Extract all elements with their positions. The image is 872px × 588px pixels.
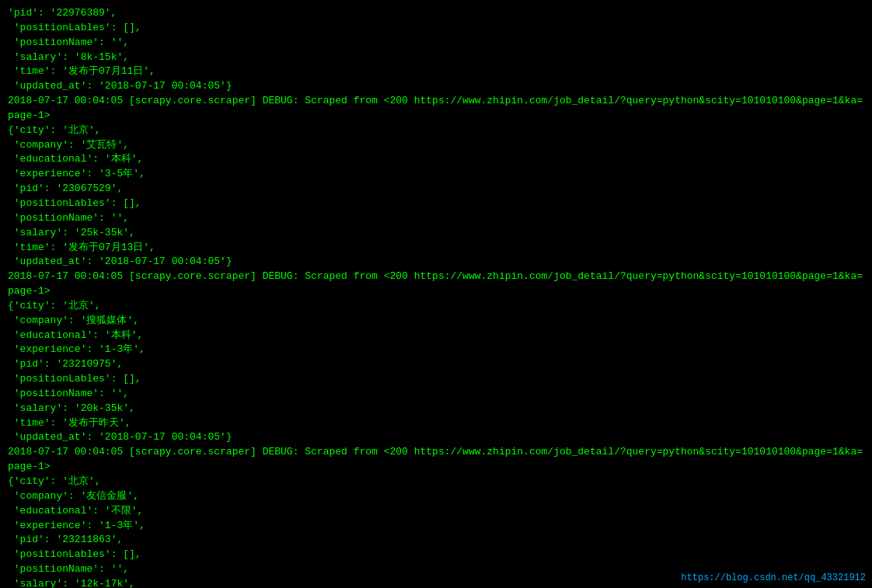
terminal-line: 'company': '搜狐媒体', — [8, 314, 864, 329]
terminal-line: 'pid': '23067529', — [8, 182, 864, 197]
terminal-line: 'experience': '1-3年', — [8, 343, 864, 357]
terminal-line: 'positionLables': [], — [8, 372, 864, 387]
terminal-line: 'updated_at': '2018-07-17 00:04:05'} — [8, 255, 864, 270]
terminal-line: {'city': '北京', — [8, 475, 864, 489]
terminal-line: 'pid': '22976389', — [8, 6, 864, 21]
terminal-line: 'company': '艾瓦特', — [8, 138, 864, 153]
terminal-line: 'time': '发布于昨天', — [8, 416, 864, 431]
terminal-line: 'positionLables': [], — [8, 548, 864, 562]
terminal-line: {'city': '北京', — [8, 124, 864, 138]
terminal-line: 'positionName': '', — [8, 36, 864, 50]
terminal-output: 'pid': '22976389', 'positionLables': [],… — [8, 6, 864, 588]
terminal-line: 'positionName': '', — [8, 387, 864, 402]
terminal-line: 'educational': '不限', — [8, 504, 864, 519]
terminal-line: 2018-07-17 00:04:05 [scrapy.core.scraper… — [8, 445, 864, 475]
terminal-line: 'time': '发布于07月13日', — [8, 241, 864, 256]
terminal-line: 'experience': '1-3年', — [8, 519, 864, 534]
terminal-line: 'positionName': '', — [8, 211, 864, 226]
terminal-line: 'pid': '23210975', — [8, 357, 864, 372]
terminal-line: 2018-07-17 00:04:05 [scrapy.core.scraper… — [8, 94, 864, 124]
terminal-line: 'updated_at': '2018-07-17 00:04:05'} — [8, 430, 864, 445]
terminal-line: 'positionLables': [], — [8, 21, 864, 36]
watermark: https://blog.csdn.net/qq_43321912 — [681, 572, 866, 583]
terminal-line: 'experience': '3-5年', — [8, 167, 864, 182]
terminal-line: 'company': '友信金服', — [8, 489, 864, 504]
terminal-line: 'salary': '25k-35k', — [8, 226, 864, 241]
terminal-line: 2018-07-17 00:04:05 [scrapy.core.scraper… — [8, 270, 864, 299]
terminal-line: 'updated_at': '2018-07-17 00:04:05'} — [8, 79, 864, 94]
terminal-line: 'time': '发布于07月11日', — [8, 64, 864, 79]
terminal-line: 'salary': '8k-15k', — [8, 50, 864, 65]
terminal-line: 'educational': '本科', — [8, 329, 864, 343]
terminal-line: 'salary': '20k-35k', — [8, 402, 864, 416]
terminal-line: {'city': '北京', — [8, 299, 864, 314]
terminal-line: 'pid': '23211863', — [8, 533, 864, 548]
terminal-line: 'educational': '本科', — [8, 152, 864, 167]
terminal-line: 'positionLables': [], — [8, 197, 864, 211]
